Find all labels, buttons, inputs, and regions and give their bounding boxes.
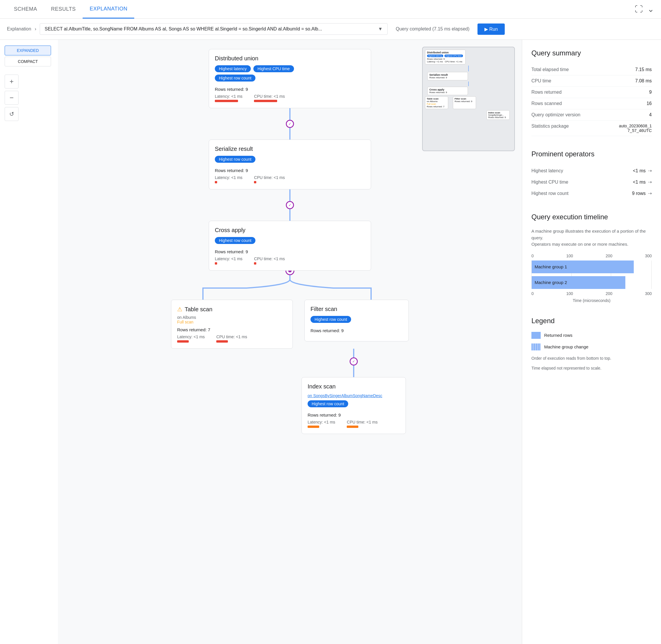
axis-bottom-200: 200 bbox=[606, 291, 612, 296]
summary-row-2: Rows returned 9 bbox=[532, 87, 652, 98]
query-bar: Explanation › SELECT al.AlbumTitle, so.S… bbox=[0, 19, 661, 40]
prominent-row-1: Highest CPU time <1 ms ⇢ bbox=[532, 176, 652, 188]
highest-cpu-badge: Highest CPU time bbox=[253, 65, 294, 72]
serialize-latency: Latency: <1 ms bbox=[215, 175, 242, 183]
cross-apply-rowcount-badge: Highest row count bbox=[215, 237, 255, 244]
index-scan-title: Index scan bbox=[308, 383, 400, 390]
canvas-area: Distributed union Highest latency Highes… bbox=[58, 40, 522, 644]
machine-group-1-label: Machine group 1 bbox=[535, 264, 567, 269]
distributed-union-rows: Rows returned: 9 bbox=[215, 87, 365, 92]
filter-scan-badge: Highest row count bbox=[310, 316, 351, 323]
warning-icon: ⚠ bbox=[177, 306, 182, 313]
serialize-result-node: Serialize result Highest row count Rows … bbox=[209, 140, 371, 189]
axis-100: 100 bbox=[566, 254, 573, 258]
query-summary-title: Query summary bbox=[532, 49, 652, 57]
table-scan-node: ⚠ Table scan on Albums Full scan Rows re… bbox=[171, 300, 293, 349]
summary-row-4: Query optimizer version 4 bbox=[532, 109, 652, 121]
right-panel: Query summary Total elapsed time 7.15 ms… bbox=[522, 40, 661, 644]
compact-view-button[interactable]: COMPACT bbox=[5, 56, 51, 66]
link-icon-3[interactable]: ⇢ bbox=[648, 190, 652, 196]
link-icon-2[interactable]: ⇢ bbox=[648, 179, 652, 185]
legend-note-2: Time elapsed not represented to scale. bbox=[532, 365, 652, 371]
distributed-union-title: Distributed union bbox=[215, 55, 365, 62]
link-icon-1[interactable]: ⇢ bbox=[648, 168, 652, 174]
axis-200: 200 bbox=[606, 254, 612, 258]
summary-row-1: CPU time 7.08 ms bbox=[532, 75, 652, 87]
query-dropdown-arrow[interactable]: ▼ bbox=[378, 26, 383, 31]
tabs-bar: SCHEMA RESULTS EXPLANATION ⛶ ⌄ bbox=[0, 0, 661, 19]
timeline-unit: Time (microseconds) bbox=[532, 298, 652, 303]
chevron-down-icon[interactable]: ⌄ bbox=[647, 4, 654, 14]
breadcrumb-arrow: › bbox=[35, 26, 36, 31]
axis-300: 300 bbox=[645, 254, 652, 258]
branch-wrapper: ⚠ Table scan on Albums Full scan Rows re… bbox=[67, 300, 513, 349]
tab-explanation[interactable]: EXPLANATION bbox=[82, 0, 134, 19]
serialize-result-rows: Rows returned: 9 bbox=[215, 168, 365, 173]
summary-row-0: Total elapsed time 7.15 ms bbox=[532, 64, 652, 75]
expanded-view-button[interactable]: EXPANDED bbox=[5, 46, 51, 55]
table-scan-subtitle2: Full scan bbox=[177, 320, 287, 324]
mini-map: Distributed union Highest latency Highes… bbox=[422, 47, 515, 151]
breadcrumb-label: Explanation bbox=[7, 26, 31, 31]
index-scan-rows: Rows returned: 9 bbox=[308, 413, 400, 417]
table-scan-cpu: CPU time: <1 ms bbox=[216, 335, 247, 343]
summary-row-5: Statistics package auto_20230608_17_57_4… bbox=[532, 121, 652, 136]
index-scan-badge: Highest row count bbox=[308, 400, 348, 407]
index-scan-latency: Latency: <1 ms bbox=[308, 420, 335, 428]
tab-schema[interactable]: SCHEMA bbox=[7, 0, 44, 18]
index-scan-subtitle[interactable]: on SongsBySingerAlbumSongNameDesc bbox=[308, 393, 400, 398]
highest-rowcount-badge-1: Highest row count bbox=[215, 74, 255, 82]
axis-bottom-100: 100 bbox=[566, 291, 573, 296]
filter-scan-title: Filter scan bbox=[310, 306, 403, 313]
machine-group-2-bar: Machine group 2 bbox=[532, 276, 652, 289]
branch-arc-svg bbox=[160, 271, 420, 300]
zoom-out-button[interactable]: − bbox=[5, 91, 19, 105]
summary-row-3: Rows scanned 16 bbox=[532, 98, 652, 109]
index-scan-node: Index scan on SongsBySingerAlbumSongName… bbox=[302, 377, 406, 434]
zoom-in-button[interactable]: + bbox=[5, 74, 19, 89]
filter-scan-rows: Rows returned: 9 bbox=[310, 328, 403, 333]
query-input[interactable]: SELECT al.AlbumTitle, so.SongName FROM A… bbox=[40, 23, 387, 35]
legend-section: Legend Returned rows Machine group chang… bbox=[532, 317, 652, 372]
connector-1: ✓ bbox=[286, 108, 294, 140]
index-scan-connector: ✓ bbox=[350, 349, 358, 377]
legend-title: Legend bbox=[532, 317, 652, 325]
fullscreen-icon[interactable]: ⛶ bbox=[635, 4, 643, 14]
table-scan-latency: Latency: <1 ms bbox=[177, 335, 205, 343]
serialize-result-title: Serialize result bbox=[215, 146, 365, 152]
legend-machine-group-label: Machine group change bbox=[544, 344, 589, 349]
distributed-union-cpu: CPU time: <1 ms bbox=[254, 94, 285, 102]
serialize-cpu: CPU time: <1 ms bbox=[254, 175, 285, 183]
serialize-rowcount-badge: Highest row count bbox=[215, 156, 255, 163]
run-button[interactable]: ▶ Run bbox=[477, 23, 505, 35]
table-scan-title: Table scan bbox=[185, 306, 213, 313]
execution-timeline-title: Query execution timeline bbox=[532, 213, 652, 221]
legend-returned-rows-label: Returned rows bbox=[544, 333, 572, 338]
filter-scan-node: Filter scan Highest row count Rows retur… bbox=[304, 300, 409, 349]
machine-group-1-bar: Machine group 1 bbox=[532, 260, 652, 273]
prominent-operators-title: Prominent operators bbox=[532, 150, 652, 158]
cross-apply-latency: Latency: <1 ms bbox=[215, 256, 242, 264]
index-scan-cpu: CPU time: <1 ms bbox=[347, 420, 377, 428]
prominent-row-0: Highest latency <1 ms ⇢ bbox=[532, 165, 652, 176]
branch-connector bbox=[160, 271, 420, 300]
legend-item-returned-rows: Returned rows bbox=[532, 332, 652, 339]
machine-group-2-label: Machine group 2 bbox=[535, 280, 567, 285]
execution-timeline-section: Query execution timeline A machine group… bbox=[532, 213, 652, 303]
table-scan-rows: Rows returned: 7 bbox=[177, 327, 287, 332]
prominent-row-2: Highest row count 9 rows ⇢ bbox=[532, 188, 652, 199]
prominent-operators-section: Prominent operators Highest latency <1 m… bbox=[532, 150, 652, 199]
axis-0: 0 bbox=[532, 254, 534, 258]
highest-latency-badge: Highest latency bbox=[215, 65, 251, 72]
tab-results[interactable]: RESULTS bbox=[44, 0, 82, 18]
legend-striped-box bbox=[532, 343, 541, 350]
legend-solid-box bbox=[532, 332, 541, 339]
axis-bottom-0: 0 bbox=[532, 291, 534, 296]
cross-apply-rows: Rows returned: 9 bbox=[215, 249, 365, 254]
refresh-button[interactable]: ↺ bbox=[5, 107, 19, 121]
query-summary-section: Query summary Total elapsed time 7.15 ms… bbox=[532, 49, 652, 136]
connector-2: ✓ bbox=[286, 189, 294, 221]
timeline-description: A machine group illustrates the executio… bbox=[532, 228, 652, 248]
legend-note-1: Order of execution reads from bottom to … bbox=[532, 355, 652, 362]
cross-apply-node: Cross apply Highest row count Rows retur… bbox=[209, 221, 371, 271]
